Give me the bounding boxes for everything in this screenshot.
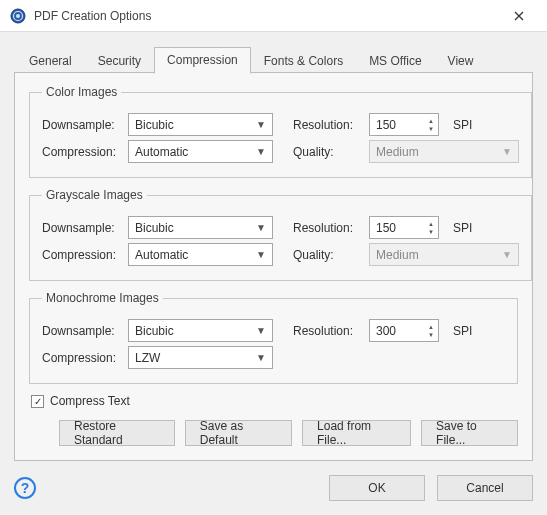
grayscale-compression-value: Automatic [135,248,188,262]
label-quality: Quality: [293,248,363,262]
group-color-images: Color Images Downsample: Bicubic ▼ Resol… [29,85,532,178]
tab-security[interactable]: Security [85,48,154,74]
color-downsample-value: Bicubic [135,118,174,132]
label-spi: SPI [453,221,481,235]
compress-text-label: Compress Text [50,394,130,408]
mono-resolution-value: 300 [376,324,428,338]
mono-compression-select[interactable]: LZW ▼ [128,346,273,369]
spinner-arrows-icon: ▲▼ [428,221,438,235]
group-grayscale-images: Grayscale Images Downsample: Bicubic ▼ R… [29,188,532,281]
chevron-down-icon: ▼ [256,325,266,336]
tab-ms-office[interactable]: MS Office [356,48,434,74]
grayscale-resolution-input[interactable]: 150 ▲▼ [369,216,439,239]
mono-downsample-select[interactable]: Bicubic ▼ [128,319,273,342]
tab-compression[interactable]: Compression [154,47,251,74]
label-compression: Compression: [42,145,122,159]
save-to-file-button[interactable]: Save to File... [421,420,518,446]
tab-fonts-colors[interactable]: Fonts & Colors [251,48,356,74]
help-icon[interactable]: ? [14,477,36,499]
tab-general[interactable]: General [16,48,85,74]
spinner-arrows-icon: ▲▼ [428,118,438,132]
grayscale-compression-select[interactable]: Automatic ▼ [128,243,273,266]
label-compression: Compression: [42,248,122,262]
checkbox-check-icon: ✓ [31,395,44,408]
chevron-down-icon: ▼ [256,352,266,363]
chevron-down-icon: ▼ [256,222,266,233]
label-downsample: Downsample: [42,221,122,235]
mono-compression-value: LZW [135,351,160,365]
label-downsample: Downsample: [42,324,122,338]
group-color-legend: Color Images [42,85,121,99]
color-quality-value: Medium [376,145,419,159]
label-spi: SPI [453,118,481,132]
grayscale-quality-value: Medium [376,248,419,262]
group-mono-legend: Monochrome Images [42,291,163,305]
restore-standard-button[interactable]: Restore Standard [59,420,175,446]
title-bar: PDF Creation Options [0,0,547,32]
cancel-button[interactable]: Cancel [437,475,533,501]
compress-text-checkbox[interactable]: ✓ Compress Text [31,394,518,408]
chevron-down-icon: ▼ [256,119,266,130]
group-mono-images: Monochrome Images Downsample: Bicubic ▼ … [29,291,518,384]
grayscale-quality-select: Medium ▼ [369,243,519,266]
label-quality: Quality: [293,145,363,159]
tab-view[interactable]: View [435,48,487,74]
label-resolution: Resolution: [293,324,363,338]
color-resolution-value: 150 [376,118,428,132]
chevron-down-icon: ▼ [256,146,266,157]
label-compression: Compression: [42,351,122,365]
label-downsample: Downsample: [42,118,122,132]
mono-resolution-input[interactable]: 300 ▲▼ [369,319,439,342]
label-resolution: Resolution: [293,118,363,132]
mono-downsample-value: Bicubic [135,324,174,338]
color-downsample-select[interactable]: Bicubic ▼ [128,113,273,136]
chevron-down-icon: ▼ [256,249,266,260]
close-button[interactable] [499,11,539,21]
color-compression-select[interactable]: Automatic ▼ [128,140,273,163]
label-spi: SPI [453,324,481,338]
svg-point-2 [16,14,20,18]
group-grayscale-legend: Grayscale Images [42,188,147,202]
app-icon [10,8,26,24]
spinner-arrows-icon: ▲▼ [428,324,438,338]
tab-bar: General Security Compression Fonts & Col… [14,46,533,73]
load-from-file-button[interactable]: Load from File... [302,420,411,446]
color-compression-value: Automatic [135,145,188,159]
color-resolution-input[interactable]: 150 ▲▼ [369,113,439,136]
chevron-down-icon: ▼ [502,249,512,260]
window-title: PDF Creation Options [34,9,499,23]
dialog-footer: ? OK Cancel [0,461,547,515]
label-resolution: Resolution: [293,221,363,235]
grayscale-downsample-value: Bicubic [135,221,174,235]
grayscale-resolution-value: 150 [376,221,428,235]
grayscale-downsample-select[interactable]: Bicubic ▼ [128,216,273,239]
tab-panel-compression: Color Images Downsample: Bicubic ▼ Resol… [14,72,533,461]
ok-button[interactable]: OK [329,475,425,501]
color-quality-select: Medium ▼ [369,140,519,163]
save-as-default-button[interactable]: Save as Default [185,420,292,446]
chevron-down-icon: ▼ [502,146,512,157]
